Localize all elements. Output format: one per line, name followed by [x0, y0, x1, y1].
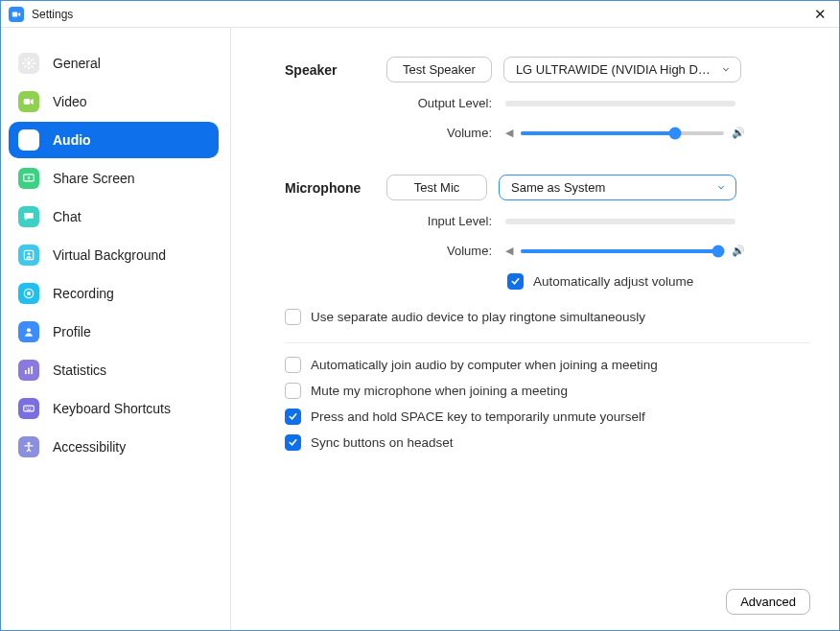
microphone-input-level-meter — [505, 219, 735, 224]
virtual-background-icon — [18, 245, 39, 266]
headphones-icon — [18, 129, 39, 151]
mute-on-join-checkbox[interactable] — [285, 383, 301, 399]
sync-headset-checkbox[interactable] — [285, 434, 301, 451]
speaker-device-select[interactable]: LG ULTRAWIDE (NVIDIA High Defi… — [503, 57, 741, 82]
chat-icon — [18, 206, 39, 227]
sidebar-item-label: Virtual Background — [53, 247, 166, 263]
auto-join-audio-label: Automatically join audio by computer whe… — [311, 358, 658, 372]
sidebar-item-label: Recording — [53, 286, 114, 301]
microphone-volume-label: Volume: — [285, 244, 505, 258]
svg-rect-2 — [24, 99, 30, 105]
volume-high-icon: 🔊 — [732, 127, 745, 139]
sidebar-item-share-screen[interactable]: Share Screen — [9, 160, 219, 197]
svg-rect-11 — [25, 370, 27, 374]
close-button[interactable]: ✕ — [808, 3, 831, 26]
sidebar-item-keyboard-shortcuts[interactable]: Keyboard Shortcuts — [9, 390, 219, 427]
sidebar-item-recording[interactable]: Recording — [9, 275, 219, 312]
svg-point-15 — [26, 408, 27, 409]
space-unmute-checkbox[interactable] — [285, 409, 301, 425]
titlebar: Settings ✕ — [1, 1, 839, 28]
microphone-device-select[interactable]: Same as System — [499, 175, 736, 200]
sidebar-item-statistics[interactable]: Statistics — [9, 352, 219, 388]
statistics-icon — [18, 360, 39, 381]
speaker-volume-label: Volume: — [285, 126, 505, 140]
mute-on-join-label: Mute my microphone when joining a meetin… — [311, 384, 568, 398]
sidebar-item-label: Audio — [53, 132, 91, 148]
svg-point-10 — [27, 328, 31, 332]
recording-icon — [18, 283, 39, 304]
svg-point-17 — [30, 408, 31, 409]
sidebar-item-accessibility[interactable]: Accessibility — [9, 429, 219, 465]
sidebar-item-label: Keyboard Shortcuts — [53, 401, 171, 416]
test-mic-button[interactable]: Test Mic — [386, 175, 487, 200]
svg-point-9 — [27, 292, 31, 295]
input-level-label: Input Level: — [285, 214, 505, 228]
separate-ringtone-checkbox[interactable] — [285, 309, 301, 325]
auto-adjust-volume-label: Automatically adjust volume — [533, 274, 693, 289]
sync-headset-label: Sync buttons on headset — [311, 435, 454, 450]
svg-rect-0 — [12, 12, 17, 16]
accessibility-icon — [18, 436, 39, 457]
volume-low-icon: ◀ — [505, 127, 513, 139]
test-speaker-button[interactable]: Test Speaker — [386, 57, 492, 82]
video-icon — [18, 91, 39, 112]
auto-join-audio-checkbox[interactable] — [285, 357, 301, 373]
svg-point-7 — [28, 252, 31, 255]
svg-rect-18 — [27, 409, 32, 410]
separate-ringtone-label: Use separate audio device to play ringto… — [311, 310, 645, 324]
svg-point-1 — [27, 61, 31, 65]
chevron-down-icon — [716, 180, 726, 195]
sidebar: General Video Audio Share Screen Chat Vi… — [1, 28, 231, 630]
sidebar-item-video[interactable]: Video — [9, 83, 219, 120]
window-title: Settings — [32, 8, 73, 21]
svg-rect-3 — [23, 141, 26, 145]
sidebar-item-label: Profile — [53, 324, 91, 339]
microphone-device-value: Same as System — [511, 180, 605, 195]
divider — [285, 342, 810, 343]
sidebar-item-label: Share Screen — [53, 171, 135, 186]
sidebar-item-profile[interactable]: Profile — [9, 314, 219, 350]
svg-rect-4 — [32, 141, 35, 145]
sidebar-item-general[interactable]: General — [9, 45, 219, 82]
svg-rect-13 — [31, 366, 33, 374]
svg-rect-12 — [28, 368, 30, 374]
profile-icon — [18, 321, 39, 342]
output-level-label: Output Level: — [285, 96, 505, 110]
sidebar-item-label: Chat — [53, 209, 82, 224]
sidebar-item-label: General — [53, 56, 101, 71]
speaker-volume-slider[interactable] — [521, 127, 724, 140]
advanced-button[interactable]: Advanced — [726, 589, 810, 615]
share-screen-icon — [18, 168, 39, 189]
keyboard-icon — [18, 398, 39, 419]
sidebar-item-label: Accessibility — [53, 439, 126, 455]
svg-point-16 — [28, 408, 29, 409]
sidebar-item-label: Statistics — [53, 362, 106, 378]
content-audio: Speaker Test Speaker LG ULTRAWIDE (NVIDI… — [231, 28, 839, 630]
sidebar-item-virtual-background[interactable]: Virtual Background — [9, 237, 219, 273]
svg-rect-14 — [24, 406, 35, 411]
volume-low-icon: ◀ — [505, 245, 513, 257]
sidebar-item-chat[interactable]: Chat — [9, 199, 219, 235]
speaker-heading: Speaker — [285, 62, 337, 78]
speaker-device-value: LG ULTRAWIDE (NVIDIA High Defi… — [516, 62, 724, 77]
app-icon — [9, 7, 24, 22]
gear-icon — [18, 53, 39, 74]
space-unmute-label: Press and hold SPACE key to temporarily … — [311, 409, 645, 424]
auto-adjust-volume-checkbox[interactable] — [507, 273, 524, 290]
svg-point-19 — [28, 442, 31, 445]
sidebar-item-audio[interactable]: Audio — [9, 122, 219, 158]
sidebar-item-label: Video — [53, 94, 87, 109]
microphone-volume-slider[interactable] — [521, 245, 724, 258]
volume-high-icon: 🔊 — [732, 245, 745, 257]
speaker-output-level-meter — [505, 101, 735, 106]
microphone-heading: Microphone — [285, 180, 361, 196]
